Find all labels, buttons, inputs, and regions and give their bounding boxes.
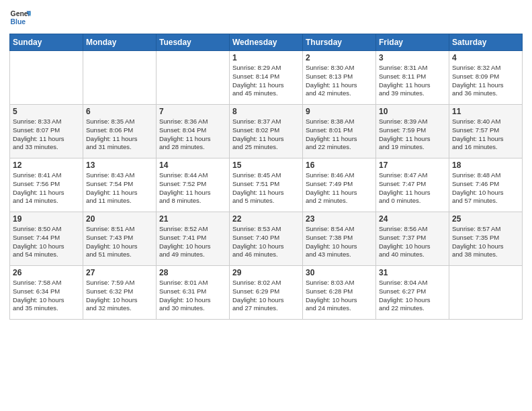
calendar-day-7: 7Sunrise: 8:36 AM Sunset: 8:04 PM Daylig… bbox=[157, 105, 230, 158]
day-info: Sunrise: 8:29 AM Sunset: 8:14 PM Dayligh… bbox=[232, 64, 300, 98]
col-header-friday: Friday bbox=[376, 34, 449, 51]
day-info: Sunrise: 8:46 AM Sunset: 7:49 PM Dayligh… bbox=[306, 171, 373, 205]
day-number: 23 bbox=[306, 214, 373, 224]
calendar-week-2: 5Sunrise: 8:33 AM Sunset: 8:07 PM Daylig… bbox=[10, 105, 523, 158]
calendar-day-20: 20Sunrise: 8:51 AM Sunset: 7:43 PM Dayli… bbox=[83, 212, 157, 266]
day-info: Sunrise: 7:59 AM Sunset: 6:32 PM Dayligh… bbox=[86, 279, 153, 313]
day-number: 12 bbox=[13, 161, 80, 170]
calendar-day-12: 12Sunrise: 8:41 AM Sunset: 7:56 PM Dayli… bbox=[10, 158, 83, 212]
day-number: 17 bbox=[379, 161, 446, 170]
day-number: 2 bbox=[306, 53, 373, 62]
calendar-day-23: 23Sunrise: 8:54 AM Sunset: 7:38 PM Dayli… bbox=[303, 212, 376, 266]
day-number: 18 bbox=[452, 161, 519, 170]
day-number: 24 bbox=[379, 214, 446, 224]
calendar-day-19: 19Sunrise: 8:50 AM Sunset: 7:44 PM Dayli… bbox=[10, 212, 83, 266]
day-info: Sunrise: 8:47 AM Sunset: 7:47 PM Dayligh… bbox=[379, 171, 446, 205]
day-info: Sunrise: 8:01 AM Sunset: 6:31 PM Dayligh… bbox=[159, 279, 226, 313]
empty-cell bbox=[157, 51, 230, 105]
day-number: 1 bbox=[232, 53, 300, 62]
day-info: Sunrise: 8:56 AM Sunset: 7:37 PM Dayligh… bbox=[379, 225, 446, 259]
day-info: Sunrise: 8:40 AM Sunset: 7:57 PM Dayligh… bbox=[452, 118, 519, 152]
day-info: Sunrise: 8:31 AM Sunset: 8:11 PM Dayligh… bbox=[379, 64, 446, 98]
day-info: Sunrise: 8:04 AM Sunset: 6:27 PM Dayligh… bbox=[379, 279, 446, 313]
day-info: Sunrise: 8:30 AM Sunset: 8:13 PM Dayligh… bbox=[306, 64, 373, 98]
page: General Blue SundayMondayTuesdayWednesda… bbox=[0, 0, 532, 411]
day-number: 8 bbox=[232, 107, 300, 116]
calendar-day-30: 30Sunrise: 8:03 AM Sunset: 6:28 PM Dayli… bbox=[303, 266, 376, 320]
col-header-monday: Monday bbox=[83, 34, 157, 51]
calendar-day-11: 11Sunrise: 8:40 AM Sunset: 7:57 PM Dayli… bbox=[449, 105, 523, 158]
calendar-day-24: 24Sunrise: 8:56 AM Sunset: 7:37 PM Dayli… bbox=[376, 212, 449, 266]
calendar-day-28: 28Sunrise: 8:01 AM Sunset: 6:31 PM Dayli… bbox=[157, 266, 230, 320]
calendar-day-27: 27Sunrise: 7:59 AM Sunset: 6:32 PM Dayli… bbox=[83, 266, 157, 320]
day-number: 28 bbox=[159, 268, 226, 277]
col-header-wednesday: Wednesday bbox=[230, 34, 303, 51]
svg-text:Blue: Blue bbox=[11, 18, 26, 26]
day-number: 5 bbox=[13, 107, 80, 116]
logo-icon: General Blue bbox=[9, 7, 31, 28]
day-number: 30 bbox=[306, 268, 373, 277]
calendar-day-29: 29Sunrise: 8:02 AM Sunset: 6:29 PM Dayli… bbox=[230, 266, 303, 320]
empty-cell bbox=[83, 51, 157, 105]
calendar-day-1: 1Sunrise: 8:29 AM Sunset: 8:14 PM Daylig… bbox=[230, 51, 303, 105]
day-number: 20 bbox=[86, 214, 153, 224]
col-header-saturday: Saturday bbox=[449, 34, 523, 51]
day-info: Sunrise: 8:33 AM Sunset: 8:07 PM Dayligh… bbox=[13, 118, 80, 152]
day-number: 6 bbox=[86, 107, 153, 116]
empty-cell bbox=[449, 266, 523, 320]
day-number: 16 bbox=[306, 161, 373, 170]
calendar-week-4: 19Sunrise: 8:50 AM Sunset: 7:44 PM Dayli… bbox=[10, 212, 523, 266]
calendar-day-18: 18Sunrise: 8:48 AM Sunset: 7:46 PM Dayli… bbox=[449, 158, 523, 212]
day-number: 19 bbox=[13, 214, 80, 224]
day-info: Sunrise: 8:38 AM Sunset: 8:01 PM Dayligh… bbox=[306, 118, 373, 152]
day-info: Sunrise: 8:43 AM Sunset: 7:54 PM Dayligh… bbox=[86, 171, 153, 205]
calendar-day-14: 14Sunrise: 8:44 AM Sunset: 7:52 PM Dayli… bbox=[157, 158, 230, 212]
day-number: 31 bbox=[379, 268, 446, 277]
day-number: 26 bbox=[13, 268, 80, 277]
day-number: 21 bbox=[159, 214, 226, 224]
day-info: Sunrise: 8:44 AM Sunset: 7:52 PM Dayligh… bbox=[159, 171, 226, 205]
calendar-day-13: 13Sunrise: 8:43 AM Sunset: 7:54 PM Dayli… bbox=[83, 158, 157, 212]
day-number: 4 bbox=[452, 53, 519, 62]
day-info: Sunrise: 8:02 AM Sunset: 6:29 PM Dayligh… bbox=[232, 279, 300, 313]
day-info: Sunrise: 8:35 AM Sunset: 8:06 PM Dayligh… bbox=[86, 118, 153, 152]
day-number: 7 bbox=[159, 107, 226, 116]
calendar-day-3: 3Sunrise: 8:31 AM Sunset: 8:11 PM Daylig… bbox=[376, 51, 449, 105]
day-number: 29 bbox=[232, 268, 300, 277]
day-number: 13 bbox=[86, 161, 153, 170]
day-info: Sunrise: 8:36 AM Sunset: 8:04 PM Dayligh… bbox=[159, 118, 226, 152]
day-info: Sunrise: 8:03 AM Sunset: 6:28 PM Dayligh… bbox=[306, 279, 373, 313]
col-header-tuesday: Tuesday bbox=[157, 34, 230, 51]
day-info: Sunrise: 7:58 AM Sunset: 6:34 PM Dayligh… bbox=[13, 279, 80, 313]
day-info: Sunrise: 8:39 AM Sunset: 7:59 PM Dayligh… bbox=[379, 118, 446, 152]
day-number: 10 bbox=[379, 107, 446, 116]
calendar-day-15: 15Sunrise: 8:45 AM Sunset: 7:51 PM Dayli… bbox=[230, 158, 303, 212]
day-info: Sunrise: 8:53 AM Sunset: 7:40 PM Dayligh… bbox=[232, 225, 300, 259]
header: General Blue bbox=[9, 7, 523, 28]
day-info: Sunrise: 8:51 AM Sunset: 7:43 PM Dayligh… bbox=[86, 225, 153, 259]
logo: General Blue bbox=[9, 7, 31, 28]
day-number: 22 bbox=[232, 214, 300, 224]
day-number: 3 bbox=[379, 53, 446, 62]
day-info: Sunrise: 8:41 AM Sunset: 7:56 PM Dayligh… bbox=[13, 171, 80, 205]
calendar-week-5: 26Sunrise: 7:58 AM Sunset: 6:34 PM Dayli… bbox=[10, 266, 523, 320]
day-number: 14 bbox=[159, 161, 226, 170]
calendar-table: SundayMondayTuesdayWednesdayThursdayFrid… bbox=[9, 34, 523, 320]
calendar-day-4: 4Sunrise: 8:32 AM Sunset: 8:09 PM Daylig… bbox=[449, 51, 523, 105]
calendar-day-16: 16Sunrise: 8:46 AM Sunset: 7:49 PM Dayli… bbox=[303, 158, 376, 212]
calendar-week-1: 1Sunrise: 8:29 AM Sunset: 8:14 PM Daylig… bbox=[10, 51, 523, 105]
calendar-day-8: 8Sunrise: 8:37 AM Sunset: 8:02 PM Daylig… bbox=[230, 105, 303, 158]
empty-cell bbox=[10, 51, 83, 105]
day-info: Sunrise: 8:50 AM Sunset: 7:44 PM Dayligh… bbox=[13, 225, 80, 259]
day-number: 9 bbox=[306, 107, 373, 116]
day-info: Sunrise: 8:57 AM Sunset: 7:35 PM Dayligh… bbox=[452, 225, 519, 259]
day-number: 15 bbox=[232, 161, 300, 170]
calendar-day-26: 26Sunrise: 7:58 AM Sunset: 6:34 PM Dayli… bbox=[10, 266, 83, 320]
col-header-sunday: Sunday bbox=[10, 34, 83, 51]
col-header-thursday: Thursday bbox=[303, 34, 376, 51]
calendar-header-row: SundayMondayTuesdayWednesdayThursdayFrid… bbox=[10, 34, 523, 51]
calendar-day-17: 17Sunrise: 8:47 AM Sunset: 7:47 PM Dayli… bbox=[376, 158, 449, 212]
calendar-day-5: 5Sunrise: 8:33 AM Sunset: 8:07 PM Daylig… bbox=[10, 105, 83, 158]
day-info: Sunrise: 8:37 AM Sunset: 8:02 PM Dayligh… bbox=[232, 118, 300, 152]
day-info: Sunrise: 8:32 AM Sunset: 8:09 PM Dayligh… bbox=[452, 64, 519, 98]
